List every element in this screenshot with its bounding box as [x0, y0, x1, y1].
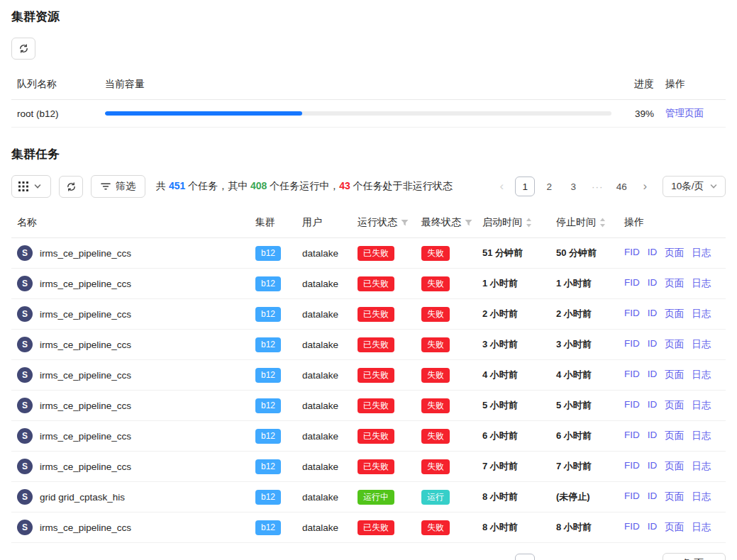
- avatar: S: [17, 459, 33, 474]
- id-link[interactable]: ID: [648, 338, 658, 351]
- resources-header-row: 队列名称 当前容量 进度 操作: [11, 69, 726, 100]
- fid-link[interactable]: FID: [624, 521, 640, 534]
- page-link[interactable]: 页面: [665, 338, 684, 351]
- prev-page-button[interactable]: ‹: [492, 177, 511, 196]
- column-settings-button[interactable]: [11, 175, 51, 198]
- id-link[interactable]: ID: [648, 308, 658, 320]
- page-link[interactable]: 页面: [665, 399, 684, 412]
- page-number-button[interactable]: ···: [587, 177, 607, 196]
- page-size-select[interactable]: 10条/页: [663, 176, 726, 197]
- table-row: S irms_ce_pipeline_ccs b12 datalake 已失败 …: [11, 238, 726, 269]
- log-link[interactable]: 日志: [692, 399, 711, 412]
- user-name: datalake: [302, 401, 338, 411]
- start-time: 8 小时前: [482, 491, 518, 502]
- page-number-button[interactable]: 1: [515, 177, 535, 196]
- page-link[interactable]: 页面: [665, 308, 684, 320]
- col-queue-name: 队列名称: [11, 69, 99, 100]
- start-time: 7 小时前: [482, 461, 518, 471]
- page-number-button[interactable]: 46: [611, 554, 631, 560]
- page-number-button[interactable]: 46: [611, 177, 631, 196]
- col-stop-time: 停止时间: [550, 208, 619, 238]
- avatar: S: [17, 276, 33, 291]
- fid-link[interactable]: FID: [624, 399, 640, 412]
- fid-link[interactable]: FID: [624, 460, 640, 473]
- user-name: datalake: [302, 522, 338, 533]
- col-user: 用户: [297, 208, 352, 238]
- page-size-select[interactable]: 10条/页: [663, 553, 726, 560]
- manage-page-link[interactable]: 管理页面: [665, 108, 704, 118]
- fid-link[interactable]: FID: [624, 369, 640, 381]
- log-link[interactable]: 日志: [692, 277, 711, 290]
- resources-refresh-button[interactable]: [11, 38, 35, 60]
- prev-page-button[interactable]: ‹: [492, 554, 511, 560]
- summary-text: 共: [156, 180, 169, 191]
- page-link[interactable]: 页面: [665, 460, 684, 473]
- run-status-badge: 已失败: [358, 368, 394, 383]
- next-page-button[interactable]: ›: [636, 554, 654, 560]
- id-link[interactable]: ID: [648, 491, 658, 503]
- page-number-button[interactable]: 2: [539, 177, 559, 196]
- resource-row: root (b12) 39% 管理页面: [11, 100, 726, 128]
- stop-time: 2 小时前: [556, 308, 592, 319]
- page-link[interactable]: 页面: [665, 369, 684, 381]
- cluster-badge: b12: [255, 490, 281, 505]
- log-link[interactable]: 日志: [692, 247, 711, 259]
- cluster-badge: b12: [255, 459, 281, 474]
- page-number-button[interactable]: ···: [587, 554, 607, 560]
- user-name: datalake: [302, 370, 338, 381]
- page-link[interactable]: 页面: [665, 491, 684, 503]
- log-link[interactable]: 日志: [692, 430, 711, 442]
- run-status-badge: 运行中: [358, 490, 394, 505]
- id-link[interactable]: ID: [648, 369, 658, 381]
- fid-link[interactable]: FID: [624, 308, 640, 320]
- id-link[interactable]: ID: [648, 460, 658, 473]
- cluster-badge: b12: [255, 368, 281, 383]
- fid-link[interactable]: FID: [624, 338, 640, 351]
- tasks-refresh-button[interactable]: [59, 176, 83, 198]
- id-link[interactable]: ID: [648, 247, 658, 259]
- page-link[interactable]: 页面: [665, 430, 684, 442]
- page-number-button[interactable]: 3: [563, 177, 583, 196]
- fid-link[interactable]: FID: [624, 277, 640, 290]
- fid-link[interactable]: FID: [624, 491, 640, 503]
- fid-link[interactable]: FID: [624, 247, 640, 259]
- log-link[interactable]: 日志: [692, 308, 711, 320]
- log-link[interactable]: 日志: [692, 521, 711, 534]
- task-name: irms_ce_pipeline_ccs: [40, 279, 131, 289]
- log-link[interactable]: 日志: [692, 460, 711, 473]
- final-status-filter-icon[interactable]: [465, 219, 472, 227]
- page-link[interactable]: 页面: [665, 277, 684, 290]
- id-link[interactable]: ID: [648, 430, 658, 442]
- avatar: S: [17, 398, 33, 413]
- avatar: S: [17, 367, 33, 383]
- page-number-button[interactable]: 1: [515, 554, 535, 560]
- run-status-filter-icon[interactable]: [401, 219, 409, 227]
- page-number-button[interactable]: 3: [563, 554, 583, 560]
- log-link[interactable]: 日志: [692, 369, 711, 381]
- cluster-badge: b12: [255, 520, 281, 535]
- id-link[interactable]: ID: [648, 521, 658, 534]
- fid-link[interactable]: FID: [624, 430, 640, 442]
- avatar: S: [17, 245, 33, 261]
- col-final-status: 最终状态: [416, 208, 477, 238]
- table-row: S irms_ce_pipeline_ccs b12 datalake 已失败 …: [11, 452, 726, 482]
- task-name: irms_ce_pipeline_ccs: [40, 401, 131, 411]
- user-name: datalake: [302, 248, 338, 259]
- page-link[interactable]: 页面: [665, 521, 684, 534]
- id-link[interactable]: ID: [648, 399, 658, 412]
- cluster-badge: b12: [255, 398, 281, 413]
- log-link[interactable]: 日志: [692, 338, 711, 351]
- start-time-sort-icon[interactable]: [526, 218, 532, 228]
- page-link[interactable]: 页面: [665, 247, 684, 259]
- log-link[interactable]: 日志: [692, 491, 711, 503]
- start-time: 2 小时前: [482, 308, 518, 319]
- user-name: datalake: [302, 492, 338, 503]
- next-page-button[interactable]: ›: [636, 177, 654, 196]
- id-link[interactable]: ID: [648, 277, 658, 290]
- pagination-top: ‹ 1 2 3 ··· 46 › 10条/页: [492, 176, 726, 197]
- run-status-badge: 已失败: [358, 276, 394, 291]
- stop-time-sort-icon[interactable]: [599, 218, 606, 228]
- filter-button[interactable]: 筛选: [91, 175, 145, 198]
- page-number-button[interactable]: 2: [539, 554, 559, 560]
- final-status-badge: 失败: [421, 276, 450, 291]
